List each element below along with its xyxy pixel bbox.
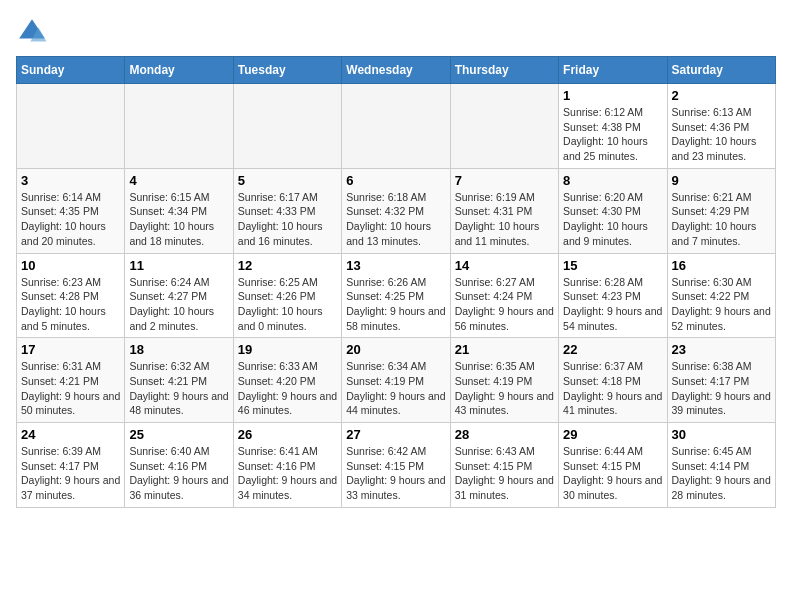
day-detail: Sunrise: 6:35 AM Sunset: 4:19 PM Dayligh… [455, 359, 554, 418]
day-detail: Sunrise: 6:42 AM Sunset: 4:15 PM Dayligh… [346, 444, 445, 503]
day-number: 14 [455, 258, 554, 273]
day-number: 19 [238, 342, 337, 357]
day-detail: Sunrise: 6:31 AM Sunset: 4:21 PM Dayligh… [21, 359, 120, 418]
day-number: 28 [455, 427, 554, 442]
day-detail: Sunrise: 6:34 AM Sunset: 4:19 PM Dayligh… [346, 359, 445, 418]
day-detail: Sunrise: 6:38 AM Sunset: 4:17 PM Dayligh… [672, 359, 771, 418]
calendar-cell: 13Sunrise: 6:26 AM Sunset: 4:25 PM Dayli… [342, 253, 450, 338]
day-detail: Sunrise: 6:18 AM Sunset: 4:32 PM Dayligh… [346, 190, 445, 249]
calendar-week-row: 17Sunrise: 6:31 AM Sunset: 4:21 PM Dayli… [17, 338, 776, 423]
day-number: 15 [563, 258, 662, 273]
day-detail: Sunrise: 6:40 AM Sunset: 4:16 PM Dayligh… [129, 444, 228, 503]
day-detail: Sunrise: 6:44 AM Sunset: 4:15 PM Dayligh… [563, 444, 662, 503]
day-number: 13 [346, 258, 445, 273]
day-detail: Sunrise: 6:15 AM Sunset: 4:34 PM Dayligh… [129, 190, 228, 249]
day-detail: Sunrise: 6:21 AM Sunset: 4:29 PM Dayligh… [672, 190, 771, 249]
day-detail: Sunrise: 6:43 AM Sunset: 4:15 PM Dayligh… [455, 444, 554, 503]
day-number: 5 [238, 173, 337, 188]
day-detail: Sunrise: 6:25 AM Sunset: 4:26 PM Dayligh… [238, 275, 337, 334]
day-detail: Sunrise: 6:37 AM Sunset: 4:18 PM Dayligh… [563, 359, 662, 418]
calendar-cell: 1Sunrise: 6:12 AM Sunset: 4:38 PM Daylig… [559, 84, 667, 169]
day-detail: Sunrise: 6:23 AM Sunset: 4:28 PM Dayligh… [21, 275, 120, 334]
day-detail: Sunrise: 6:41 AM Sunset: 4:16 PM Dayligh… [238, 444, 337, 503]
day-number: 16 [672, 258, 771, 273]
calendar-cell: 15Sunrise: 6:28 AM Sunset: 4:23 PM Dayli… [559, 253, 667, 338]
day-number: 1 [563, 88, 662, 103]
day-number: 3 [21, 173, 120, 188]
calendar-cell: 17Sunrise: 6:31 AM Sunset: 4:21 PM Dayli… [17, 338, 125, 423]
calendar-cell: 19Sunrise: 6:33 AM Sunset: 4:20 PM Dayli… [233, 338, 341, 423]
day-detail: Sunrise: 6:24 AM Sunset: 4:27 PM Dayligh… [129, 275, 228, 334]
calendar-cell: 30Sunrise: 6:45 AM Sunset: 4:14 PM Dayli… [667, 423, 775, 508]
day-detail: Sunrise: 6:32 AM Sunset: 4:21 PM Dayligh… [129, 359, 228, 418]
calendar-week-row: 24Sunrise: 6:39 AM Sunset: 4:17 PM Dayli… [17, 423, 776, 508]
day-header-wednesday: Wednesday [342, 57, 450, 84]
day-number: 7 [455, 173, 554, 188]
day-header-friday: Friday [559, 57, 667, 84]
day-detail: Sunrise: 6:14 AM Sunset: 4:35 PM Dayligh… [21, 190, 120, 249]
day-number: 17 [21, 342, 120, 357]
calendar-cell: 21Sunrise: 6:35 AM Sunset: 4:19 PM Dayli… [450, 338, 558, 423]
calendar-cell: 9Sunrise: 6:21 AM Sunset: 4:29 PM Daylig… [667, 168, 775, 253]
day-number: 30 [672, 427, 771, 442]
calendar-cell: 29Sunrise: 6:44 AM Sunset: 4:15 PM Dayli… [559, 423, 667, 508]
calendar-cell: 16Sunrise: 6:30 AM Sunset: 4:22 PM Dayli… [667, 253, 775, 338]
logo [16, 16, 52, 48]
day-header-saturday: Saturday [667, 57, 775, 84]
day-number: 22 [563, 342, 662, 357]
calendar-cell [342, 84, 450, 169]
day-detail: Sunrise: 6:30 AM Sunset: 4:22 PM Dayligh… [672, 275, 771, 334]
day-detail: Sunrise: 6:39 AM Sunset: 4:17 PM Dayligh… [21, 444, 120, 503]
day-detail: Sunrise: 6:20 AM Sunset: 4:30 PM Dayligh… [563, 190, 662, 249]
calendar-week-row: 1Sunrise: 6:12 AM Sunset: 4:38 PM Daylig… [17, 84, 776, 169]
calendar-cell: 27Sunrise: 6:42 AM Sunset: 4:15 PM Dayli… [342, 423, 450, 508]
day-detail: Sunrise: 6:17 AM Sunset: 4:33 PM Dayligh… [238, 190, 337, 249]
calendar-cell [233, 84, 341, 169]
calendar-cell: 22Sunrise: 6:37 AM Sunset: 4:18 PM Dayli… [559, 338, 667, 423]
calendar-cell: 26Sunrise: 6:41 AM Sunset: 4:16 PM Dayli… [233, 423, 341, 508]
calendar-cell: 10Sunrise: 6:23 AM Sunset: 4:28 PM Dayli… [17, 253, 125, 338]
day-detail: Sunrise: 6:13 AM Sunset: 4:36 PM Dayligh… [672, 105, 771, 164]
calendar-cell: 3Sunrise: 6:14 AM Sunset: 4:35 PM Daylig… [17, 168, 125, 253]
calendar-cell: 24Sunrise: 6:39 AM Sunset: 4:17 PM Dayli… [17, 423, 125, 508]
day-number: 11 [129, 258, 228, 273]
day-number: 8 [563, 173, 662, 188]
day-header-thursday: Thursday [450, 57, 558, 84]
calendar-cell: 25Sunrise: 6:40 AM Sunset: 4:16 PM Dayli… [125, 423, 233, 508]
day-number: 23 [672, 342, 771, 357]
day-number: 20 [346, 342, 445, 357]
calendar-week-row: 3Sunrise: 6:14 AM Sunset: 4:35 PM Daylig… [17, 168, 776, 253]
logo-icon [16, 16, 48, 48]
calendar-cell: 8Sunrise: 6:20 AM Sunset: 4:30 PM Daylig… [559, 168, 667, 253]
day-number: 21 [455, 342, 554, 357]
calendar-week-row: 10Sunrise: 6:23 AM Sunset: 4:28 PM Dayli… [17, 253, 776, 338]
day-number: 29 [563, 427, 662, 442]
calendar-cell: 12Sunrise: 6:25 AM Sunset: 4:26 PM Dayli… [233, 253, 341, 338]
day-number: 25 [129, 427, 228, 442]
calendar-cell: 18Sunrise: 6:32 AM Sunset: 4:21 PM Dayli… [125, 338, 233, 423]
day-detail: Sunrise: 6:12 AM Sunset: 4:38 PM Dayligh… [563, 105, 662, 164]
day-detail: Sunrise: 6:28 AM Sunset: 4:23 PM Dayligh… [563, 275, 662, 334]
calendar-cell: 4Sunrise: 6:15 AM Sunset: 4:34 PM Daylig… [125, 168, 233, 253]
calendar-cell: 14Sunrise: 6:27 AM Sunset: 4:24 PM Dayli… [450, 253, 558, 338]
day-header-monday: Monday [125, 57, 233, 84]
day-number: 24 [21, 427, 120, 442]
day-number: 2 [672, 88, 771, 103]
day-number: 26 [238, 427, 337, 442]
day-header-sunday: Sunday [17, 57, 125, 84]
calendar-cell [450, 84, 558, 169]
calendar-cell: 5Sunrise: 6:17 AM Sunset: 4:33 PM Daylig… [233, 168, 341, 253]
calendar-cell: 7Sunrise: 6:19 AM Sunset: 4:31 PM Daylig… [450, 168, 558, 253]
day-number: 10 [21, 258, 120, 273]
day-header-tuesday: Tuesday [233, 57, 341, 84]
day-number: 6 [346, 173, 445, 188]
header [16, 16, 776, 48]
calendar-cell: 11Sunrise: 6:24 AM Sunset: 4:27 PM Dayli… [125, 253, 233, 338]
day-detail: Sunrise: 6:45 AM Sunset: 4:14 PM Dayligh… [672, 444, 771, 503]
calendar: SundayMondayTuesdayWednesdayThursdayFrid… [16, 56, 776, 508]
day-detail: Sunrise: 6:33 AM Sunset: 4:20 PM Dayligh… [238, 359, 337, 418]
calendar-cell: 6Sunrise: 6:18 AM Sunset: 4:32 PM Daylig… [342, 168, 450, 253]
day-number: 4 [129, 173, 228, 188]
calendar-cell: 20Sunrise: 6:34 AM Sunset: 4:19 PM Dayli… [342, 338, 450, 423]
calendar-cell: 23Sunrise: 6:38 AM Sunset: 4:17 PM Dayli… [667, 338, 775, 423]
